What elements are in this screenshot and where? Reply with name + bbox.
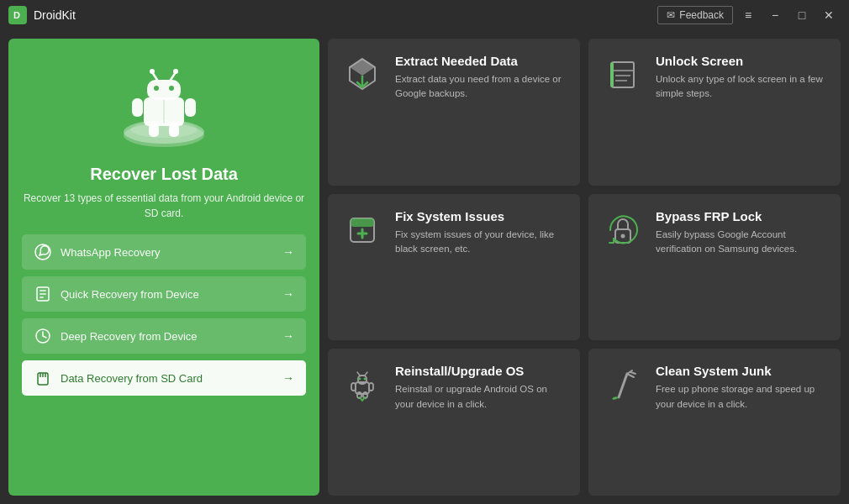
svg-line-46 <box>357 372 360 375</box>
feedback-label: Feedback <box>679 9 724 21</box>
menu-item-whatsapp[interactable]: WhatsApp Recovery → <box>22 234 306 270</box>
feature-card-fix[interactable]: Fix System Issues Fix system issues of y… <box>328 194 580 341</box>
svg-point-12 <box>173 69 178 74</box>
feature-card-bypass[interactable]: Bypass FRP Lock Easily bypass Google Acc… <box>588 194 841 341</box>
feature-text-clean: Clean System Junk Free up phone storage … <box>656 364 827 412</box>
quick-recovery-icon <box>34 285 52 303</box>
svg-rect-35 <box>610 62 614 87</box>
menu-button[interactable]: ≡ <box>736 3 760 27</box>
arrow-icon-deep: → <box>282 329 294 343</box>
extract-icon <box>341 54 383 96</box>
svg-point-44 <box>359 378 361 381</box>
app-title: DroidKit <box>34 8 76 22</box>
feature-title-reinstall: Reinstall/Upgrade OS <box>395 364 567 378</box>
svg-marker-29 <box>350 59 375 76</box>
svg-rect-31 <box>612 62 634 87</box>
hero-title: Recover Lost Data <box>90 165 238 184</box>
svg-rect-48 <box>351 383 356 391</box>
titlebar: D DroidKit ✉ Feedback ≡ − □ ✕ <box>0 0 849 30</box>
feature-card-reinstall[interactable]: Reinstall/Upgrade OS Reinstall or upgrad… <box>328 349 580 496</box>
arrow-icon-whatsapp: → <box>282 245 294 259</box>
svg-point-7 <box>154 86 159 91</box>
svg-text:D: D <box>13 10 20 20</box>
feature-text-bypass: Bypass FRP Lock Easily bypass Google Acc… <box>656 209 827 257</box>
clean-icon <box>602 364 644 406</box>
feature-text-extract: Extract Needed Data Extract data you nee… <box>395 54 567 102</box>
feedback-button[interactable]: ✉ Feedback <box>657 6 733 24</box>
menu-item-quick[interactable]: Quick Recovery from Device → <box>22 276 306 312</box>
feature-title-extract: Extract Needed Data <box>395 54 567 68</box>
close-button[interactable]: ✕ <box>817 3 841 27</box>
svg-rect-49 <box>369 383 373 391</box>
feature-desc-reinstall: Reinstall or upgrade Android OS on your … <box>395 382 567 412</box>
feature-card-unlock[interactable]: Unlock Screen Unlock any type of lock sc… <box>588 39 841 186</box>
arrow-icon-sdcard: → <box>282 371 294 385</box>
feature-desc-clean: Free up phone storage and speed up your … <box>656 382 827 412</box>
feature-card-clean[interactable]: Clean System Junk Free up phone storage … <box>588 349 841 496</box>
svg-rect-15 <box>149 123 159 137</box>
unlock-icon <box>602 54 644 96</box>
feature-text-reinstall: Reinstall/Upgrade OS Reinstall or upgrad… <box>395 364 567 412</box>
arrow-icon-quick: → <box>282 287 294 301</box>
feature-title-clean: Clean System Junk <box>656 364 827 378</box>
titlebar-right: ✉ Feedback ≡ − □ ✕ <box>657 3 841 27</box>
app-logo: D <box>8 6 27 24</box>
svg-point-45 <box>364 378 366 381</box>
feature-desc-bypass: Easily bypass Google Account verificatio… <box>656 228 827 257</box>
menu-item-sdcard[interactable]: Data Recovery from SD Card → <box>22 360 306 396</box>
reinstall-icon <box>341 364 383 406</box>
menu-label-deep: Deep Recovery from Device <box>61 330 198 343</box>
minimize-button[interactable]: − <box>763 3 787 27</box>
hero-image <box>105 55 223 156</box>
hero-desc: Recover 13 types of essential data from … <box>22 191 306 221</box>
svg-line-53 <box>627 374 634 377</box>
feature-text-fix: Fix System Issues Fix system issues of y… <box>395 209 567 257</box>
maximize-button[interactable]: □ <box>790 3 814 27</box>
svg-rect-16 <box>169 123 179 137</box>
feature-card-extract[interactable]: Extract Needed Data Extract data you nee… <box>328 39 580 186</box>
svg-line-47 <box>365 372 367 375</box>
feature-desc-unlock: Unlock any type of lock screen in a few … <box>656 72 827 102</box>
left-panel: Recover Lost Data Recover 13 types of es… <box>8 39 319 496</box>
menu-label-quick: Quick Recovery from Device <box>61 288 199 301</box>
feature-title-fix: Fix System Issues <box>395 209 567 223</box>
svg-line-52 <box>619 374 627 397</box>
svg-rect-20 <box>40 290 46 291</box>
svg-point-41 <box>621 234 625 238</box>
svg-rect-22 <box>40 297 44 298</box>
svg-rect-6 <box>147 80 181 100</box>
menu-label-sdcard: Data Recovery from SD Card <box>61 372 203 385</box>
svg-line-55 <box>630 372 635 374</box>
feature-desc-fix: Fix system issues of your device, like b… <box>395 228 567 257</box>
svg-rect-21 <box>40 293 46 295</box>
menu-item-deep[interactable]: Deep Recovery from Device → <box>22 318 306 354</box>
mail-icon: ✉ <box>667 9 675 21</box>
feature-title-bypass: Bypass FRP Lock <box>656 209 827 223</box>
titlebar-left: D DroidKit <box>8 6 76 24</box>
svg-point-11 <box>150 69 155 74</box>
android-hero-illustration <box>113 60 214 152</box>
feature-title-unlock: Unlock Screen <box>656 54 827 68</box>
whatsapp-icon <box>34 243 52 261</box>
sdcard-icon <box>34 369 52 387</box>
right-panel: Extract Needed Data Extract data you nee… <box>328 39 841 496</box>
menu-label-whatsapp: WhatsApp Recovery <box>61 246 161 259</box>
deep-recovery-icon <box>34 327 52 345</box>
feature-desc-extract: Extract data you need from a device or G… <box>395 72 567 102</box>
feature-text-unlock: Unlock Screen Unlock any type of lock sc… <box>656 54 827 102</box>
svg-point-8 <box>169 86 174 91</box>
fix-icon <box>341 209 383 251</box>
svg-rect-37 <box>351 218 374 227</box>
main-content: Recover Lost Data Recover 13 types of es… <box>0 30 849 504</box>
bypass-icon <box>602 209 644 251</box>
svg-rect-14 <box>185 98 196 117</box>
svg-rect-13 <box>132 98 143 117</box>
